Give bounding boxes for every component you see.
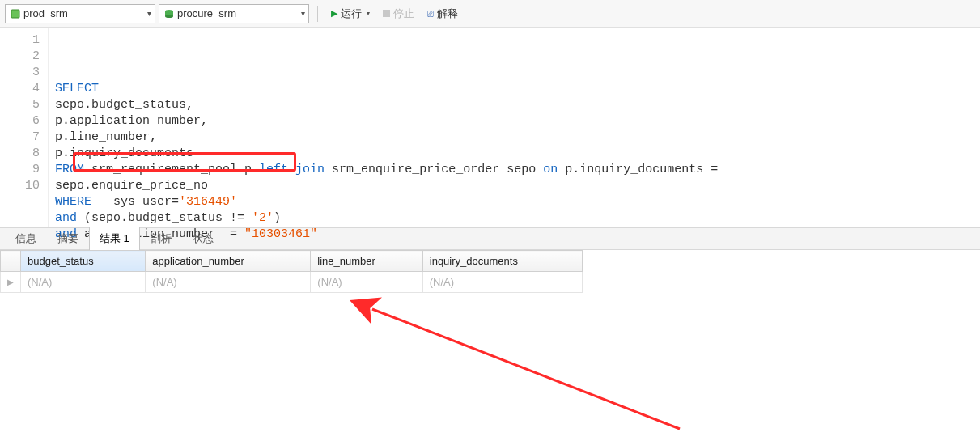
column-header[interactable]: application_number: [146, 251, 311, 272]
explain-icon: ⎚: [427, 7, 434, 19]
line-number: 4: [3, 81, 40, 97]
line-number: 2: [3, 49, 40, 65]
connection-name: prod_srm: [23, 7, 144, 19]
code-area[interactable]: SELECTsepo.budget_status,p.application_n…: [49, 28, 980, 227]
row-handle[interactable]: ▶: [1, 272, 21, 293]
code-line[interactable]: sepo.enquire_price_no: [55, 178, 974, 194]
code-line[interactable]: and (sepo.budget_status != '2'): [55, 210, 974, 227]
column-header[interactable]: inquiry_documents: [422, 251, 582, 272]
run-label: 运行: [341, 6, 362, 21]
toolbar-separator: [317, 6, 318, 22]
toolbar: prod_srm ▾ procure_srm ▾ ▶ 运行 ▾ 停止 ⎚ 解释: [0, 0, 980, 28]
line-number: 10: [3, 178, 40, 194]
line-gutter: 12345678910: [0, 28, 49, 227]
cell[interactable]: (N/A): [422, 272, 582, 293]
table-row[interactable]: ▶(N/A)(N/A)(N/A)(N/A): [1, 272, 583, 293]
code-line[interactable]: p.inquiry_documents: [55, 146, 974, 162]
explain-label: 解释: [437, 6, 458, 21]
code-line[interactable]: p.line_number,: [55, 129, 974, 146]
svg-point-3: [165, 15, 173, 18]
line-number: 1: [3, 32, 40, 49]
connection-icon: [11, 9, 20, 19]
svg-rect-0: [11, 10, 19, 18]
line-number: 3: [3, 65, 40, 81]
stop-icon: [383, 10, 390, 17]
svg-line-4: [372, 309, 680, 429]
cell[interactable]: (N/A): [146, 272, 311, 293]
chevron-down-icon: ▾: [298, 9, 305, 18]
tab-0[interactable]: 信息: [5, 227, 47, 250]
explain-button[interactable]: ⎚ 解释: [422, 4, 463, 23]
database-icon: [164, 9, 174, 19]
tab-1[interactable]: 摘要: [47, 227, 89, 250]
line-number: 6: [3, 113, 40, 129]
tab-2[interactable]: 结果 1: [89, 227, 140, 250]
column-header[interactable]: line_number: [311, 251, 422, 272]
stop-label: 停止: [393, 6, 414, 21]
cell[interactable]: (N/A): [311, 272, 422, 293]
cell[interactable]: (N/A): [21, 272, 146, 293]
code-line[interactable]: WHERE sys_user='316449': [55, 194, 974, 210]
connection-dropdown[interactable]: prod_srm ▾: [5, 4, 155, 23]
database-dropdown[interactable]: procure_srm ▾: [159, 4, 309, 23]
line-number: 7: [3, 129, 40, 146]
chevron-down-icon: ▾: [144, 9, 151, 18]
line-number: 5: [3, 97, 40, 113]
code-line[interactable]: sepo.budget_status,: [55, 97, 974, 113]
chevron-down-icon[interactable]: ▾: [367, 10, 370, 17]
corner-cell: [1, 251, 21, 272]
line-number: 8: [3, 146, 40, 162]
tab-4[interactable]: 状态: [182, 227, 224, 250]
run-button[interactable]: ▶ 运行 ▾: [326, 4, 375, 23]
tab-3[interactable]: 剖析: [140, 227, 182, 250]
result-grid[interactable]: budget_statusapplication_numberline_numb…: [0, 250, 583, 293]
database-name: procure_srm: [177, 7, 298, 19]
sql-editor[interactable]: 12345678910 SELECTsepo.budget_status,p.a…: [0, 28, 980, 227]
code-line[interactable]: FROM srm_requirement_pool p left join sr…: [55, 162, 974, 178]
stop-button: 停止: [378, 4, 419, 23]
code-line[interactable]: SELECT: [55, 81, 974, 97]
code-line[interactable]: p.application_number,: [55, 113, 974, 129]
line-number: 9: [3, 162, 40, 178]
column-header[interactable]: budget_status: [21, 251, 146, 272]
play-icon: ▶: [331, 8, 337, 19]
